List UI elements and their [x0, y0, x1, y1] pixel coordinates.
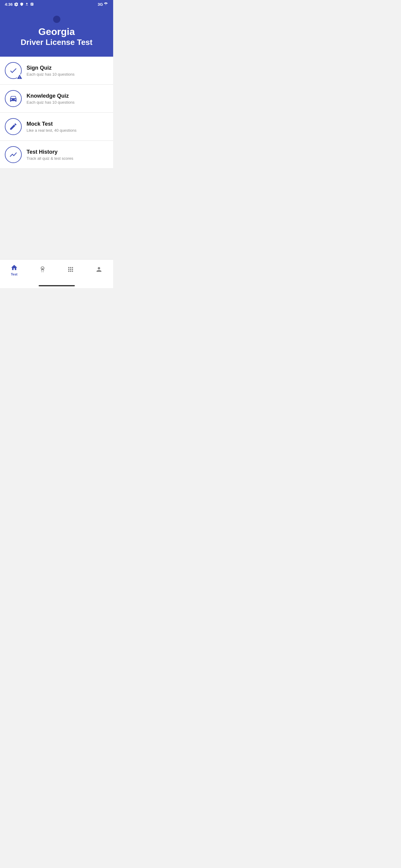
status-bar: 4:36 3G — [0, 0, 113, 8]
car-icon — [9, 94, 18, 103]
mock-test-item[interactable]: Mock Test Like a real test, 40 questions — [0, 113, 113, 141]
chart-icon — [9, 150, 18, 159]
test-history-icon-container — [5, 146, 22, 163]
signal-icon — [104, 2, 108, 6]
clipboard-icon — [30, 2, 34, 6]
sign-quiz-text: Sign Quiz Each quiz has 10 questions — [27, 65, 108, 76]
knowledge-quiz-text: Knowledge Quiz Each quiz has 10 question… — [27, 93, 108, 104]
sign-quiz-icon-container — [5, 62, 22, 79]
nav-apps[interactable] — [62, 264, 79, 276]
app-header: Georgia Driver License Test — [0, 8, 113, 57]
empty-area — [0, 169, 113, 259]
settings-icon — [14, 2, 19, 6]
home-indicator — [0, 284, 113, 288]
status-time: 4:36 — [5, 2, 13, 7]
nav-test[interactable]: Test — [5, 262, 23, 278]
pencil-icon — [9, 122, 18, 131]
home-bar — [39, 285, 75, 286]
knowledge-quiz-item[interactable]: Knowledge Quiz Each quiz has 10 question… — [0, 85, 113, 113]
checkmark-icon — [9, 66, 18, 75]
header-subtitle: Driver License Test — [21, 37, 93, 48]
test-history-text: Test History Track all quiz & test score… — [27, 149, 108, 161]
mock-test-title: Mock Test — [27, 121, 108, 127]
network-label: 3G — [98, 2, 103, 7]
camera-notch — [53, 16, 60, 23]
mock-test-desc: Like a real test, 40 questions — [27, 128, 108, 133]
test-history-title: Test History — [27, 149, 108, 155]
sign-quiz-title: Sign Quiz — [27, 65, 108, 71]
header-title: Georgia — [38, 26, 75, 37]
knowledge-quiz-desc: Each quiz has 10 questions — [27, 100, 108, 104]
warning-icon — [17, 73, 22, 81]
bottom-nav: Test — [0, 259, 113, 284]
status-left: 4:36 — [5, 2, 34, 7]
apps-icon — [67, 266, 75, 273]
status-right: 3G — [98, 2, 108, 7]
sign-quiz-item[interactable]: Sign Quiz Each quiz has 10 questions — [0, 57, 113, 85]
knowledge-quiz-icon-container — [5, 90, 22, 107]
mock-test-text: Mock Test Like a real test, 40 questions — [27, 121, 108, 133]
test-history-item[interactable]: Test History Track all quiz & test score… — [0, 141, 113, 169]
mock-test-icon-container — [5, 118, 22, 135]
test-history-desc: Track all quiz & test scores — [27, 156, 108, 161]
warning-badge — [17, 74, 22, 80]
sign-quiz-desc: Each quiz has 10 questions — [27, 72, 108, 76]
nav-test-label: Test — [11, 273, 18, 276]
home-icon — [10, 264, 18, 272]
download-icon — [25, 2, 29, 6]
menu-list: Sign Quiz Each quiz has 10 questions Kno… — [0, 57, 113, 169]
knowledge-quiz-title: Knowledge Quiz — [27, 93, 108, 99]
nav-traffic[interactable] — [34, 264, 51, 276]
profile-icon — [95, 266, 103, 273]
nav-profile[interactable] — [90, 264, 108, 276]
traffic-icon — [39, 266, 47, 273]
shield-icon — [20, 2, 24, 6]
